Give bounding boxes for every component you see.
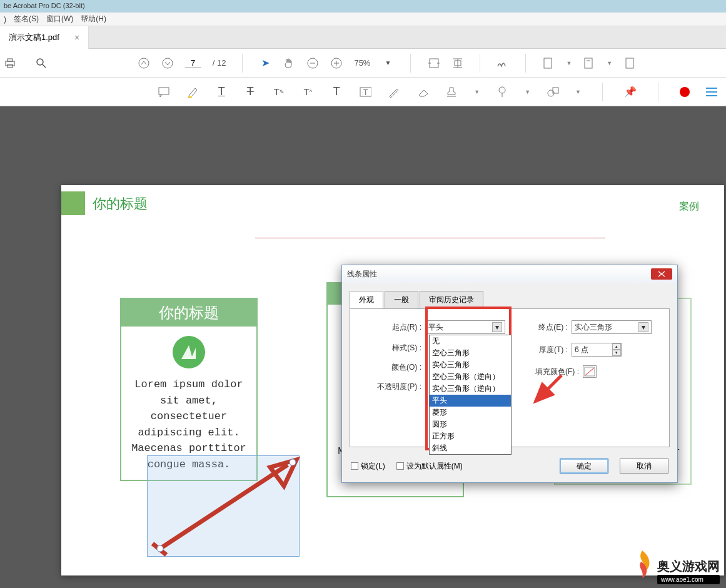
watermark: 奥义游戏网 www.aoe1.com (630, 549, 720, 584)
page-tool3-icon[interactable] (623, 57, 636, 69)
chevron-down-icon[interactable]: ▾ (638, 322, 648, 332)
pointer-icon[interactable]: ➤ (259, 57, 271, 69)
page-number-input[interactable] (185, 58, 201, 68)
end-value: 实心三角形 (575, 322, 612, 333)
fit-height-icon[interactable] (451, 57, 463, 69)
label-end: 终点(E) : (528, 322, 572, 333)
svg-rect-12 (430, 59, 438, 68)
label-color: 颜色(O) : (358, 362, 425, 373)
chevron-down-icon[interactable]: ▼ (575, 89, 581, 95)
card-icon (121, 327, 256, 377)
attach-icon[interactable] (496, 86, 508, 98)
highlight-icon[interactable] (186, 86, 199, 98)
app-title: be Acrobat Pro DC (32-bit) (4, 2, 85, 9)
shapes-icon[interactable] (547, 86, 559, 98)
svg-rect-15 (585, 58, 592, 68)
line-properties-dialog: 线条属性 外观 一般 审阅历史记录 起点(R) : 平头 ▾ (341, 265, 678, 483)
default-checkbox[interactable]: 设为默认属性(M) (396, 461, 463, 472)
option-solid-tri[interactable]: 实心三角形 (430, 359, 511, 371)
text-icon[interactable]: T (330, 86, 343, 98)
comment-icon[interactable] (158, 86, 170, 98)
chevron-down-icon[interactable]: ▼ (607, 60, 612, 66)
page-tool-icon[interactable] (542, 57, 555, 69)
watermark-url: www.aoe1.com (657, 575, 720, 584)
label-thickness: 厚度(T) : (528, 345, 572, 355)
svg-point-30 (290, 459, 296, 465)
svg-point-5 (139, 58, 149, 68)
page-title: 你的标题 (93, 195, 148, 213)
svg-point-6 (163, 58, 173, 68)
annotation-selection[interactable] (147, 455, 300, 557)
fit-width-icon[interactable] (427, 57, 440, 69)
watermark-title: 奥义游戏网 (657, 558, 720, 575)
text-note-icon[interactable]: T✎ (273, 86, 285, 98)
text-insert-icon[interactable]: T^ (301, 86, 314, 98)
label-style: 样式(S) : (358, 343, 425, 353)
chevron-down-icon[interactable]: ▼ (474, 89, 480, 95)
option-circle[interactable]: 圆形 (430, 418, 511, 430)
pin-icon[interactable]: 📌 (624, 86, 637, 98)
dialog-body: 起点(R) : 平头 ▾ 样式(S) : 颜色(O) : 不透明度(P) : (350, 308, 670, 447)
spin-up-icon[interactable]: ▴ (612, 343, 621, 350)
option-butt[interactable]: 平头 (430, 395, 511, 407)
color-picker-icon[interactable] (680, 87, 690, 97)
print-icon[interactable] (4, 57, 16, 69)
underline-icon[interactable]: T (215, 86, 228, 98)
eraser-icon[interactable] (416, 86, 429, 98)
ok-button[interactable]: 确定 (560, 459, 608, 474)
tab-label: 演示文稿1.pdf (9, 32, 59, 43)
zoom-level[interactable]: 75% (354, 58, 370, 68)
sign-icon[interactable] (497, 57, 509, 69)
window-titlebar: be Acrobat Pro DC (32-bit) (0, 0, 726, 13)
option-solid-tri-rev[interactable]: 实心三角形（逆向） (430, 383, 511, 395)
dialog-titlebar[interactable]: 线条属性 (342, 265, 677, 283)
line-arrow-annotation[interactable] (148, 456, 300, 557)
lock-checkbox[interactable]: 锁定(L) (351, 461, 385, 472)
label-opacity: 不透明度(P) : (358, 382, 425, 392)
close-button[interactable] (651, 268, 672, 280)
close-icon[interactable]: × (74, 33, 79, 43)
menu-item-window[interactable]: 窗口(W) (46, 14, 73, 24)
spin-down-icon[interactable]: ▾ (612, 350, 621, 356)
chevron-down-icon[interactable]: ▼ (525, 89, 530, 95)
dialog-title: 线条属性 (347, 269, 377, 280)
option-none[interactable]: 无 (430, 335, 511, 347)
line-weight-icon[interactable] (706, 88, 717, 96)
chevron-down-icon[interactable]: ▼ (381, 57, 394, 69)
strikethrough-icon[interactable]: T (244, 86, 256, 98)
svg-rect-0 (6, 61, 14, 66)
start-dropdown-list[interactable]: 无 空心三角形 实心三角形 空心三角形（逆向） 实心三角形（逆向） 平头 菱形 … (429, 335, 512, 455)
end-combo[interactable]: 实心三角形 ▾ (572, 320, 652, 334)
option-open-tri-rev[interactable]: 空心三角形（逆向） (430, 371, 511, 383)
page-down-icon[interactable] (161, 57, 174, 69)
document-canvas[interactable]: 你的标题 案例 你的标题 Lorem ipsum dolor sit amet,… (0, 106, 726, 588)
thickness-spinner[interactable]: 6 点 ▴▾ (572, 343, 622, 357)
svg-text:T: T (363, 88, 368, 97)
menu-item-sign[interactable]: 签名(S) (14, 14, 39, 24)
svg-point-22 (499, 87, 505, 93)
option-diamond[interactable]: 菱形 (430, 407, 511, 418)
pencil-icon[interactable] (388, 86, 400, 98)
zoom-out-icon[interactable] (306, 57, 319, 69)
page-up-icon[interactable] (138, 57, 150, 69)
tab-document[interactable]: 演示文稿1.pdf × (0, 26, 89, 49)
option-slash[interactable]: 斜线 (430, 442, 511, 454)
chevron-down-icon[interactable]: ▼ (566, 60, 572, 66)
hand-icon[interactable] (283, 57, 295, 69)
option-square[interactable]: 正方形 (430, 430, 511, 442)
tab-general[interactable]: 一般 (385, 291, 418, 309)
fill-color-swatch[interactable] (583, 365, 597, 378)
textbox-icon[interactable]: T (359, 86, 371, 98)
cancel-button[interactable]: 取消 (620, 459, 668, 474)
tab-appearance[interactable]: 外观 (350, 291, 383, 309)
search-icon[interactable] (35, 57, 48, 69)
page-tool2-icon[interactable] (583, 57, 595, 69)
option-open-tri[interactable]: 空心三角形 (430, 347, 511, 359)
zoom-in-icon[interactable] (330, 57, 343, 69)
menu-item[interactable]: ) (4, 15, 6, 24)
divider (410, 54, 411, 73)
divider (480, 54, 480, 73)
menu-item-help[interactable]: 帮助(H) (81, 14, 106, 24)
stamp-icon[interactable] (445, 86, 458, 98)
dialog-tabs: 外观 一般 审阅历史记录 (350, 290, 670, 308)
